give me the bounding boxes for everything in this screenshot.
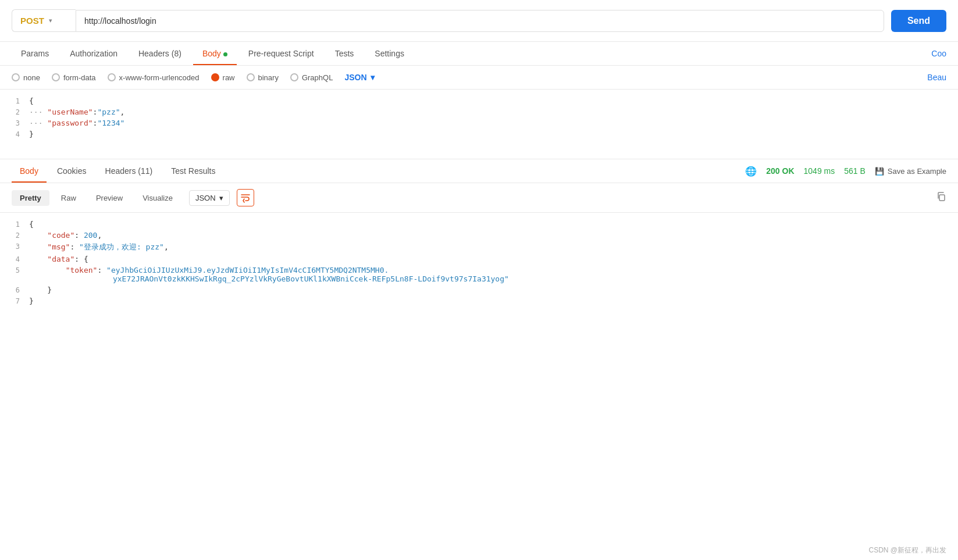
chevron-down-icon: ▾: [49, 17, 52, 24]
tab-headers[interactable]: Headers (8): [129, 42, 191, 65]
request-tabs: Params Authorization Headers (8) Body Pr…: [0, 42, 958, 66]
send-button[interactable]: Send: [891, 10, 946, 32]
response-time: 1049 ms: [804, 166, 835, 176]
url-input[interactable]: [76, 10, 884, 32]
format-tab-raw[interactable]: Raw: [53, 190, 84, 206]
tab-authorization[interactable]: Authorization: [60, 42, 127, 65]
response-format-row: Pretty Raw Preview Visualize JSON ▾: [0, 183, 958, 213]
radio-form-data[interactable]: form-data: [52, 73, 96, 82]
tab-body[interactable]: Body: [193, 42, 237, 65]
response-json-dropdown[interactable]: JSON ▾: [189, 190, 230, 206]
radio-raw[interactable]: raw: [211, 73, 235, 82]
tab-pre-request-script[interactable]: Pre-request Script: [239, 42, 323, 65]
format-tab-pretty[interactable]: Pretty: [12, 190, 49, 206]
radio-none[interactable]: none: [12, 73, 40, 82]
radio-raw-circle: [211, 73, 219, 81]
format-tab-preview[interactable]: Preview: [88, 190, 131, 206]
response-tabs-row: Body Cookies Headers (11) Test Results 🌐…: [0, 159, 958, 183]
resp-line-3: 3 "msg": "登录成功，欢迎: pzz",: [0, 241, 958, 254]
radio-urlencoded-circle: [108, 73, 116, 81]
response-tab-test-results[interactable]: Test Results: [163, 159, 223, 183]
word-wrap-icon[interactable]: [237, 189, 254, 206]
url-bar: POST ▾ Send: [0, 0, 958, 42]
svg-rect-0: [939, 195, 945, 201]
save-as-example-button[interactable]: 💾 Save as Example: [875, 167, 946, 176]
tab-settings[interactable]: Settings: [365, 42, 414, 65]
json-type-dropdown[interactable]: JSON ▾: [344, 73, 374, 82]
request-body-editor[interactable]: 1 { 2 ··· "userName":"pzz", 3 ··· "passw…: [0, 90, 958, 159]
resp-line-5: 5 "token": "eyJhbGciOiJIUzUxMiJ9.eyJzdWI…: [0, 265, 958, 284]
resp-line-2: 2 "code": 200,: [0, 230, 958, 241]
globe-icon: 🌐: [745, 166, 757, 177]
body-dot: [223, 52, 227, 56]
req-line-2: 2 ··· "userName":"pzz",: [0, 106, 958, 117]
body-type-row: none form-data x-www-form-urlencoded raw…: [0, 66, 958, 90]
response-meta: 🌐 200 OK 1049 ms 561 B 💾 Save as Example: [745, 166, 946, 177]
save-icon: 💾: [875, 167, 884, 176]
method-selector[interactable]: POST ▾: [12, 9, 76, 32]
tab-cookies-right[interactable]: Coo: [931, 49, 946, 58]
resp-line-7: 7 }: [0, 295, 958, 306]
radio-graphql-circle: [290, 73, 298, 81]
radio-urlencoded[interactable]: x-www-form-urlencoded: [108, 73, 200, 82]
req-line-3: 3 ··· "password":"1234": [0, 117, 958, 129]
beautify-link[interactable]: Beau: [927, 73, 946, 82]
resp-line-4: 4 "data": {: [0, 254, 958, 265]
method-text: POST: [20, 16, 44, 26]
response-tab-cookies[interactable]: Cookies: [49, 159, 95, 183]
radio-binary-circle: [247, 73, 255, 81]
tab-params[interactable]: Params: [12, 42, 58, 65]
radio-form-data-circle: [52, 73, 60, 81]
response-tab-body[interactable]: Body: [12, 159, 47, 183]
radio-none-circle: [12, 73, 20, 81]
radio-graphql[interactable]: GraphQL: [290, 73, 333, 82]
response-size: 561 B: [844, 166, 866, 176]
response-tab-headers[interactable]: Headers (11): [97, 159, 161, 183]
copy-icon[interactable]: [936, 191, 946, 204]
response-body: 1 { 2 "code": 200, 3 "msg": "登录成功，欢迎: pz…: [0, 213, 958, 376]
req-line-1: 1 {: [0, 95, 958, 106]
resp-line-1: 1 {: [0, 219, 958, 230]
radio-binary[interactable]: binary: [247, 73, 279, 82]
format-tab-visualize[interactable]: Visualize: [134, 190, 181, 206]
tab-tests[interactable]: Tests: [326, 42, 364, 65]
response-status: 200 OK: [766, 166, 794, 176]
req-line-4: 4 }: [0, 129, 958, 140]
resp-line-6: 6 }: [0, 284, 958, 295]
